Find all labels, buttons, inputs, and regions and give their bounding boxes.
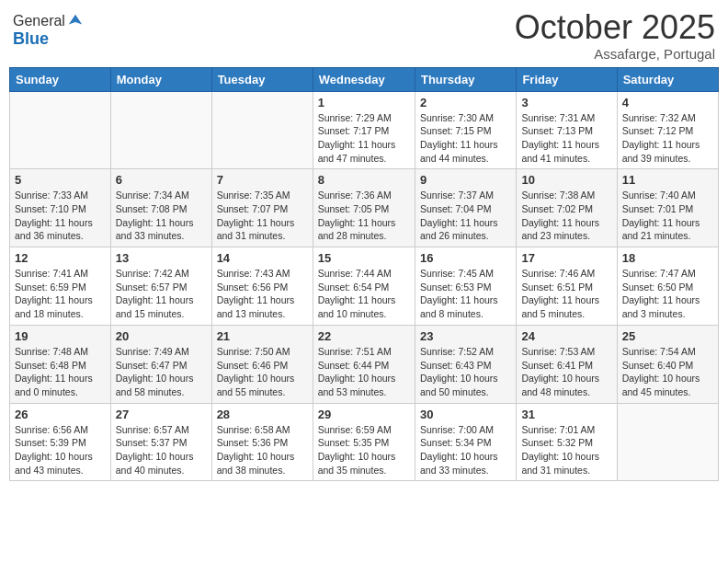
calendar-cell: 1Sunrise: 7:29 AMSunset: 7:17 PMDaylight… [313, 91, 415, 169]
day-info: Sunrise: 7:31 AMSunset: 7:13 PMDaylight:… [521, 111, 611, 166]
day-info: Sunrise: 7:52 AMSunset: 6:43 PMDaylight:… [420, 345, 511, 399]
day-info: Sunrise: 7:40 AMSunset: 7:01 PMDaylight:… [622, 189, 713, 243]
day-number: 25 [622, 329, 713, 343]
day-number: 11 [622, 173, 713, 187]
location-subtitle: Assafarge, Portugal [515, 46, 715, 62]
calendar-cell: 18Sunrise: 7:47 AMSunset: 6:50 PMDayligh… [617, 247, 718, 326]
day-info: Sunrise: 7:01 AMSunset: 5:32 PMDaylight:… [521, 423, 611, 477]
day-info: Sunrise: 7:44 AMSunset: 6:54 PMDaylight:… [318, 267, 410, 321]
calendar-cell: 19Sunrise: 7:48 AMSunset: 6:48 PMDayligh… [10, 325, 111, 403]
logo-general-text: General [13, 13, 65, 29]
calendar-cell: 12Sunrise: 7:41 AMSunset: 6:59 PMDayligh… [10, 247, 111, 326]
day-info: Sunrise: 7:43 AMSunset: 6:56 PMDaylight:… [217, 267, 308, 321]
calendar-table: SundayMondayTuesdayWednesdayThursdayFrid… [9, 67, 719, 482]
day-info: Sunrise: 7:48 AMSunset: 6:48 PMDaylight:… [15, 345, 106, 399]
calendar-cell: 23Sunrise: 7:52 AMSunset: 6:43 PMDayligh… [415, 325, 516, 403]
calendar-cell: 31Sunrise: 7:01 AMSunset: 5:32 PMDayligh… [517, 403, 617, 481]
day-number: 19 [15, 329, 106, 343]
day-info: Sunrise: 7:47 AMSunset: 6:50 PMDaylight:… [622, 267, 713, 321]
day-number: 22 [318, 329, 410, 343]
calendar-header-friday: Friday [517, 67, 617, 91]
calendar-cell: 26Sunrise: 6:56 AMSunset: 5:39 PMDayligh… [10, 403, 111, 481]
day-number: 3 [521, 96, 611, 109]
day-info: Sunrise: 7:51 AMSunset: 6:44 PMDaylight:… [318, 345, 410, 399]
day-info: Sunrise: 7:49 AMSunset: 6:47 PMDaylight:… [116, 345, 207, 399]
day-info: Sunrise: 6:57 AMSunset: 5:37 PMDaylight:… [116, 423, 207, 477]
calendar-cell: 13Sunrise: 7:42 AMSunset: 6:57 PMDayligh… [110, 247, 211, 326]
logo: General Blue [13, 13, 84, 49]
day-number: 23 [420, 329, 511, 343]
day-number: 4 [622, 96, 713, 109]
day-info: Sunrise: 7:50 AMSunset: 6:46 PMDaylight:… [217, 345, 308, 399]
day-info: Sunrise: 7:35 AMSunset: 7:07 PMDaylight:… [217, 189, 308, 243]
day-number: 17 [521, 251, 611, 265]
calendar-cell: 28Sunrise: 6:58 AMSunset: 5:36 PMDayligh… [211, 403, 313, 481]
day-info: Sunrise: 7:54 AMSunset: 6:40 PMDaylight:… [622, 345, 713, 399]
calendar-cell [211, 91, 313, 169]
day-number: 30 [420, 408, 511, 421]
day-info: Sunrise: 7:34 AMSunset: 7:08 PMDaylight:… [116, 189, 207, 243]
calendar-header-wednesday: Wednesday [313, 67, 415, 91]
day-number: 12 [15, 251, 106, 265]
day-info: Sunrise: 6:58 AMSunset: 5:36 PMDaylight:… [217, 423, 308, 477]
calendar-cell: 8Sunrise: 7:36 AMSunset: 7:05 PMDaylight… [313, 169, 415, 247]
calendar-cell: 27Sunrise: 6:57 AMSunset: 5:37 PMDayligh… [110, 403, 211, 481]
calendar-cell: 4Sunrise: 7:32 AMSunset: 7:12 PMDaylight… [617, 91, 718, 169]
title-section: October 2025 Assafarge, Portugal [515, 9, 715, 62]
day-number: 10 [521, 173, 611, 187]
day-info: Sunrise: 7:38 AMSunset: 7:02 PMDaylight:… [521, 189, 611, 243]
day-info: Sunrise: 7:37 AMSunset: 7:04 PMDaylight:… [420, 189, 511, 243]
day-info: Sunrise: 7:30 AMSunset: 7:15 PMDaylight:… [420, 111, 511, 166]
day-number: 2 [420, 96, 511, 109]
day-info: Sunrise: 7:33 AMSunset: 7:10 PMDaylight:… [15, 189, 106, 243]
calendar-cell: 9Sunrise: 7:37 AMSunset: 7:04 PMDaylight… [415, 169, 516, 247]
day-info: Sunrise: 6:56 AMSunset: 5:39 PMDaylight:… [15, 423, 106, 477]
day-number: 28 [217, 408, 308, 421]
day-number: 5 [15, 173, 106, 187]
day-number: 21 [217, 329, 308, 343]
calendar-cell: 7Sunrise: 7:35 AMSunset: 7:07 PMDaylight… [211, 169, 313, 247]
day-number: 16 [420, 251, 511, 265]
calendar-week-row: 12Sunrise: 7:41 AMSunset: 6:59 PMDayligh… [10, 247, 719, 326]
calendar-header-monday: Monday [110, 67, 211, 91]
day-number: 31 [521, 408, 611, 421]
calendar-cell [110, 91, 211, 169]
day-number: 7 [217, 173, 308, 187]
day-number: 24 [521, 329, 611, 343]
day-info: Sunrise: 6:59 AMSunset: 5:35 PMDaylight:… [318, 423, 410, 477]
calendar-cell: 20Sunrise: 7:49 AMSunset: 6:47 PMDayligh… [110, 325, 211, 403]
calendar-cell: 2Sunrise: 7:30 AMSunset: 7:15 PMDaylight… [415, 91, 516, 169]
day-number: 20 [116, 329, 207, 343]
calendar-cell: 25Sunrise: 7:54 AMSunset: 6:40 PMDayligh… [617, 325, 718, 403]
calendar-cell: 11Sunrise: 7:40 AMSunset: 7:01 PMDayligh… [617, 169, 718, 247]
month-title: October 2025 [515, 9, 715, 46]
day-number: 27 [116, 408, 207, 421]
day-number: 14 [217, 251, 308, 265]
calendar-header-saturday: Saturday [617, 67, 718, 91]
day-number: 6 [116, 173, 207, 187]
day-number: 13 [116, 251, 207, 265]
day-number: 8 [318, 173, 410, 187]
day-number: 1 [318, 96, 410, 109]
calendar-header-tuesday: Tuesday [211, 67, 313, 91]
calendar-header-thursday: Thursday [415, 67, 516, 91]
day-info: Sunrise: 7:32 AMSunset: 7:12 PMDaylight:… [622, 111, 713, 166]
page-header: General Blue October 2025 Assafarge, Por… [9, 9, 719, 62]
svg-marker-0 [69, 15, 82, 25]
day-number: 29 [318, 408, 410, 421]
calendar-week-row: 26Sunrise: 6:56 AMSunset: 5:39 PMDayligh… [10, 403, 719, 481]
day-number: 26 [15, 408, 106, 421]
calendar-cell: 5Sunrise: 7:33 AMSunset: 7:10 PMDaylight… [10, 169, 111, 247]
day-number: 18 [622, 251, 713, 265]
day-info: Sunrise: 7:45 AMSunset: 6:53 PMDaylight:… [420, 267, 511, 321]
day-info: Sunrise: 7:29 AMSunset: 7:17 PMDaylight:… [318, 111, 410, 166]
calendar-cell: 24Sunrise: 7:53 AMSunset: 6:41 PMDayligh… [517, 325, 617, 403]
day-info: Sunrise: 7:00 AMSunset: 5:34 PMDaylight:… [420, 423, 511, 477]
calendar-cell: 16Sunrise: 7:45 AMSunset: 6:53 PMDayligh… [415, 247, 516, 326]
calendar-cell: 15Sunrise: 7:44 AMSunset: 6:54 PMDayligh… [313, 247, 415, 326]
calendar-header-row: SundayMondayTuesdayWednesdayThursdayFrid… [10, 67, 719, 91]
calendar-cell: 22Sunrise: 7:51 AMSunset: 6:44 PMDayligh… [313, 325, 415, 403]
logo-blue-text: Blue [13, 29, 84, 49]
calendar-cell: 3Sunrise: 7:31 AMSunset: 7:13 PMDaylight… [517, 91, 617, 169]
logo-icon [67, 13, 84, 29]
